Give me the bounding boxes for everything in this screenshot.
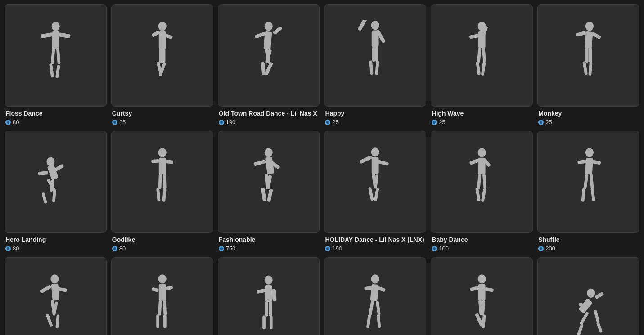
svg-rect-62 [156, 188, 160, 201]
svg-rect-102 [45, 313, 53, 327]
svg-rect-110 [156, 314, 159, 328]
price-value: 190 [226, 119, 236, 125]
svg-rect-44 [585, 47, 589, 63]
price-value: 80 [13, 245, 19, 252]
item-name-shuffle: Shuffle [538, 236, 639, 244]
item-name-happy: Happy [325, 109, 425, 117]
item-card-baby-dance[interactable]: Baby Dance100 [431, 131, 533, 253]
svg-rect-6 [49, 63, 54, 77]
svg-rect-140 [579, 311, 589, 325]
svg-rect-51 [54, 164, 64, 172]
svg-point-8 [158, 22, 166, 31]
svg-rect-30 [369, 60, 373, 75]
svg-rect-84 [477, 174, 482, 189]
item-price-high-wave: 25 [432, 119, 532, 125]
svg-rect-94 [581, 188, 585, 202]
svg-rect-54 [41, 192, 47, 204]
svg-rect-70 [261, 188, 266, 201]
svg-rect-109 [162, 300, 167, 315]
item-card-happy[interactable]: Happy25 [324, 4, 426, 126]
item-thumbnail-row3-3 [218, 257, 320, 335]
item-card-row3-6[interactable] [537, 257, 639, 335]
item-info-old-town-road: Old Town Road Dance - Lil Nas X190 [218, 107, 320, 126]
item-price-old-town-road: 190 [219, 119, 319, 125]
svg-rect-3 [58, 32, 71, 39]
svg-point-88 [585, 148, 594, 157]
item-card-holiday-dance[interactable]: HOLIDAY Dance - Lil Nas X (LNX)190 [324, 131, 426, 253]
svg-rect-95 [590, 188, 595, 201]
item-name-baby-dance: Baby Dance [432, 236, 532, 244]
svg-rect-7 [55, 65, 60, 78]
svg-rect-63 [162, 188, 166, 202]
price-value: 80 [13, 119, 19, 125]
svg-rect-99 [58, 287, 67, 292]
item-thumbnail-high-wave [431, 4, 533, 107]
svg-rect-127 [377, 314, 381, 328]
item-card-row3-3[interactable] [218, 257, 320, 335]
item-thumbnail-row3-5 [431, 257, 533, 335]
vbucks-icon [5, 120, 11, 125]
item-thumbnail-shuffle [537, 131, 639, 233]
svg-rect-59 [165, 160, 173, 164]
vbucks-icon [5, 246, 11, 251]
item-name-floss-dance: Floss Dance [5, 109, 106, 117]
svg-rect-105 [158, 284, 166, 301]
svg-point-80 [478, 148, 486, 157]
svg-rect-23 [265, 62, 274, 76]
item-card-fashionable[interactable]: Fashionable750 [218, 131, 320, 253]
item-name-monkey: Monkey [538, 109, 639, 117]
svg-point-104 [158, 274, 166, 283]
svg-rect-58 [151, 159, 160, 163]
item-thumbnail-row3-4 [324, 257, 426, 335]
svg-rect-107 [165, 285, 173, 290]
svg-rect-123 [377, 286, 386, 292]
svg-rect-38 [476, 61, 481, 75]
svg-rect-115 [272, 289, 277, 301]
item-price-baby-dance: 100 [432, 245, 532, 252]
svg-rect-10 [151, 30, 160, 37]
price-value: 80 [119, 245, 126, 252]
item-card-curtsy[interactable]: Curtsy25 [111, 4, 213, 126]
svg-rect-103 [55, 314, 59, 328]
item-thumbnail-old-town-road [218, 4, 320, 107]
svg-rect-113 [265, 285, 272, 302]
item-card-floss-dance[interactable]: Floss Dance80 [5, 4, 107, 126]
item-card-row3-4[interactable] [324, 257, 426, 335]
svg-rect-2 [41, 32, 53, 39]
item-info-hero-landing: Hero Landing80 [5, 233, 107, 253]
item-price-holiday-dance: 190 [325, 245, 425, 252]
svg-rect-73 [372, 157, 379, 174]
svg-rect-119 [270, 315, 273, 329]
svg-rect-57 [158, 157, 166, 174]
item-thumbnail-fashionable [218, 131, 320, 233]
item-name-hero-landing: Hero Landing [5, 236, 106, 244]
item-thumbnail-row3-2 [111, 257, 213, 335]
svg-rect-85 [482, 174, 487, 189]
item-info-holiday-dance: HOLIDAY Dance - Lil Nas X (LNX)190 [324, 233, 426, 253]
item-thumbnail-happy [324, 4, 426, 107]
item-card-row3-5[interactable] [431, 257, 533, 335]
item-card-godlike[interactable]: Godlike80 [111, 131, 213, 253]
item-card-row3-1[interactable] [5, 257, 107, 335]
item-thumbnail-monkey [537, 4, 639, 107]
item-card-row3-2[interactable] [111, 257, 213, 335]
svg-rect-61 [162, 174, 166, 189]
item-card-monkey[interactable]: Monkey25 [537, 4, 639, 126]
svg-rect-124 [369, 300, 374, 315]
svg-point-40 [585, 22, 594, 31]
item-thumbnail-curtsy [111, 4, 213, 107]
svg-rect-37 [482, 47, 486, 63]
item-card-old-town-road[interactable]: Old Town Road Dance - Lil Nas X190 [218, 4, 320, 126]
item-price-monkey: 25 [538, 119, 639, 125]
svg-rect-87 [481, 188, 486, 202]
svg-rect-106 [151, 287, 159, 292]
svg-rect-60 [158, 174, 162, 189]
item-info-shuffle: Shuffle200 [537, 233, 639, 253]
item-card-high-wave[interactable]: High Wave25 [431, 4, 533, 126]
svg-rect-116 [265, 301, 268, 317]
svg-rect-97 [51, 283, 59, 300]
item-price-curtsy: 25 [112, 119, 212, 125]
item-name-holiday-dance: HOLIDAY Dance - Lil Nas X (LNX) [325, 236, 425, 244]
item-card-shuffle[interactable]: Shuffle200 [537, 131, 639, 253]
item-card-hero-landing[interactable]: Hero Landing80 [5, 131, 107, 253]
